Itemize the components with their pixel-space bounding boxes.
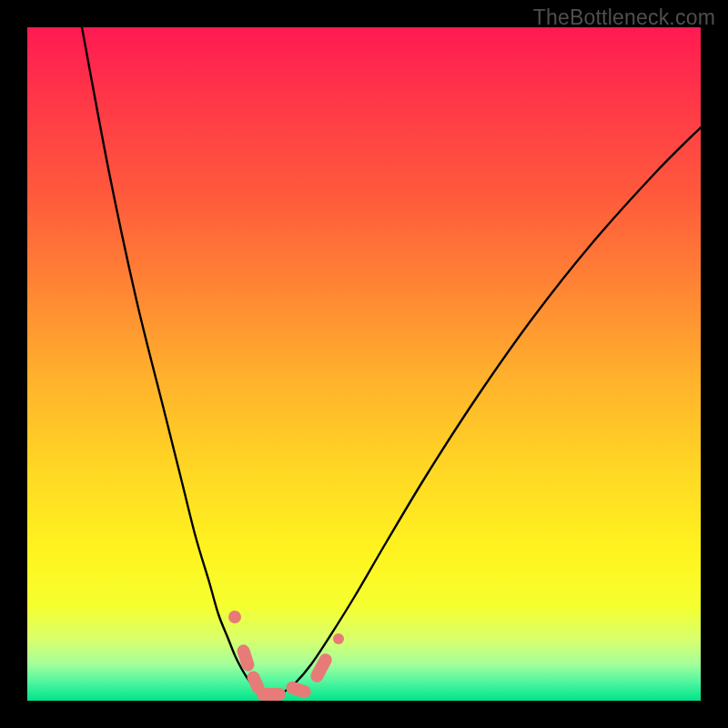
plot-area	[27, 27, 701, 701]
data-marker	[333, 633, 344, 644]
data-marker	[257, 688, 286, 701]
data-marker	[236, 643, 257, 673]
data-marker	[285, 680, 313, 700]
markers-group	[228, 611, 344, 701]
curves-layer	[27, 27, 701, 701]
right-branch-curve	[282, 127, 701, 693]
data-marker	[308, 652, 334, 685]
data-marker	[228, 611, 241, 623]
watermark-text: TheBottleneck.com	[533, 5, 715, 30]
left-branch-curve	[82, 27, 264, 693]
chart-stage: TheBottleneck.com	[0, 0, 728, 728]
